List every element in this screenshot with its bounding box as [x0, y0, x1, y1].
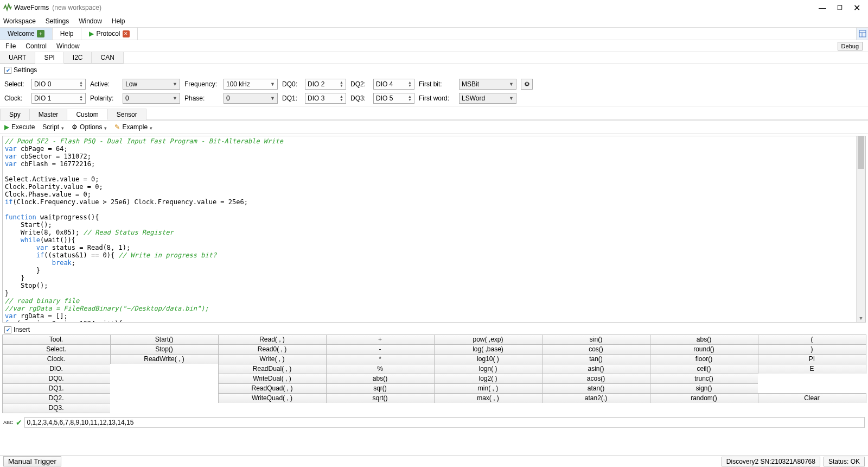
- fn-button[interactable]: cos(): [542, 344, 650, 355]
- fn-button[interactable]: *: [326, 354, 435, 364]
- fn-button[interactable]: DQ2.: [2, 393, 111, 403]
- firstword-combo[interactable]: LSWord▼: [459, 93, 516, 104]
- dq3-field[interactable]: DIO 5▲▼: [373, 93, 414, 104]
- script-editor[interactable]: // Pmod SF2 - Flash P5Q - Dual Input Fas…: [2, 136, 866, 323]
- tab-help[interactable]: Help: [53, 28, 82, 40]
- scroll-thumb[interactable]: [858, 136, 864, 169]
- fn-button[interactable]: Select.: [2, 344, 111, 355]
- execute-button[interactable]: ▶Execute: [4, 123, 35, 131]
- fn-button[interactable]: log10( ): [434, 354, 542, 364]
- fn-button[interactable]: DQ1.: [2, 383, 111, 394]
- fn-button[interactable]: atan(): [542, 383, 650, 394]
- output-field[interactable]: 0,1,2,3,4,5,6,7,8,9,10,11,12,13,14,15: [24, 417, 865, 428]
- fn-button[interactable]: sqrt(): [326, 393, 435, 403]
- fn-button[interactable]: E: [758, 364, 866, 374]
- fn-button[interactable]: Read( , ): [218, 335, 327, 345]
- phase-combo[interactable]: 0▼: [224, 93, 278, 104]
- insert-toggle[interactable]: ✔ Insert: [0, 325, 868, 335]
- tab-welcome[interactable]: Welcome +: [0, 28, 53, 40]
- scroll-down-icon[interactable]: ▼: [857, 314, 865, 323]
- fn-button[interactable]: DQ3.: [2, 403, 111, 413]
- fn-button[interactable]: PI: [758, 354, 866, 364]
- script-menu[interactable]: Script▾: [42, 123, 64, 131]
- fn-button[interactable]: sqr(): [326, 383, 435, 394]
- fn-button[interactable]: Clock.: [2, 354, 111, 364]
- menu-workspace[interactable]: Workspace: [3, 17, 36, 25]
- menu-window[interactable]: Window: [79, 17, 102, 25]
- select-field[interactable]: DIO 0▲▼: [31, 79, 86, 90]
- fn-button[interactable]: log( ,base): [434, 344, 542, 355]
- debug-button[interactable]: Debug: [838, 42, 863, 51]
- gear-button[interactable]: ⚙: [521, 79, 533, 90]
- tab-protocol[interactable]: ▶ Protocol ✕: [81, 28, 137, 40]
- tab-i2c[interactable]: I2C: [64, 52, 92, 64]
- fn-button[interactable]: Start(): [110, 335, 219, 345]
- tab-sensor[interactable]: Sensor: [108, 109, 146, 120]
- fn-button[interactable]: ): [758, 344, 866, 355]
- dq2-field[interactable]: DIO 4▲▼: [373, 79, 414, 90]
- menu-control[interactable]: Control: [25, 42, 47, 50]
- fn-button[interactable]: DIO.: [2, 364, 111, 374]
- fn-button[interactable]: -: [326, 344, 435, 355]
- fn-button[interactable]: ceil(): [650, 364, 758, 374]
- editor-scrollbar[interactable]: ▲ ▼: [856, 136, 865, 322]
- fn-button[interactable]: tan(): [542, 354, 650, 364]
- fn-button[interactable]: pow( ,exp): [434, 335, 542, 345]
- fn-button[interactable]: acos(): [542, 374, 650, 384]
- tab-spy[interactable]: Spy: [0, 109, 30, 120]
- dq1-field[interactable]: DIO 3▲▼: [305, 93, 346, 104]
- fn-button[interactable]: trunc(): [650, 374, 758, 384]
- fn-button[interactable]: ReadWrite( , ): [110, 354, 219, 364]
- layout-button[interactable]: [856, 28, 868, 40]
- fn-button[interactable]: Write( , ): [218, 354, 327, 364]
- fn-button[interactable]: log2( ): [434, 374, 542, 384]
- menu-file[interactable]: File: [5, 42, 16, 50]
- fn-button[interactable]: Read0( , ): [218, 344, 327, 355]
- minimize-icon[interactable]: —: [819, 3, 826, 12]
- fn-button[interactable]: sin(): [542, 335, 650, 345]
- menu-help[interactable]: Help: [112, 17, 125, 25]
- fn-button[interactable]: Tool.: [2, 335, 111, 345]
- fn-button[interactable]: asin(): [542, 364, 650, 374]
- example-menu[interactable]: ✎Example▾: [114, 123, 152, 131]
- device-status[interactable]: Discovery2 SN:210321A80768: [722, 457, 820, 466]
- frequency-combo[interactable]: 100 kHz▼: [224, 79, 278, 90]
- firstbit-combo[interactable]: MSBit▼: [459, 79, 516, 90]
- tab-can[interactable]: CAN: [92, 52, 123, 64]
- active-combo[interactable]: Low▼: [123, 79, 180, 90]
- dq0-field[interactable]: DIO 2▲▼: [305, 79, 346, 90]
- options-menu[interactable]: ⚙Options▾: [72, 123, 107, 131]
- fn-button[interactable]: Stop(): [110, 344, 219, 355]
- close-icon[interactable]: ✕: [853, 3, 860, 13]
- tab-uart[interactable]: UART: [0, 52, 35, 64]
- polarity-combo[interactable]: 0▼: [123, 93, 180, 104]
- fn-button[interactable]: min( , ): [434, 383, 542, 394]
- fn-button[interactable]: round(): [650, 344, 758, 355]
- settings-toggle[interactable]: ✔ Settings: [4, 66, 864, 74]
- fn-button[interactable]: %: [326, 364, 435, 374]
- maximize-icon[interactable]: ❐: [837, 4, 843, 11]
- fn-button[interactable]: logn( ): [434, 364, 542, 374]
- menu-settings[interactable]: Settings: [46, 17, 69, 25]
- tab-master[interactable]: Master: [30, 109, 68, 120]
- fn-button[interactable]: +: [326, 335, 435, 345]
- fn-button[interactable]: atan2(,): [542, 393, 650, 403]
- fn-button[interactable]: Clear: [758, 393, 866, 403]
- fn-button[interactable]: ReadDual( , ): [218, 364, 327, 374]
- fn-button[interactable]: WriteQuad( , ): [218, 393, 327, 403]
- fn-button[interactable]: (: [758, 335, 866, 345]
- fn-button[interactable]: WriteDual( , ): [218, 374, 327, 384]
- fn-button[interactable]: abs(): [650, 335, 758, 345]
- menu-window2[interactable]: Window: [56, 42, 80, 50]
- close-tab-icon[interactable]: ✕: [123, 30, 130, 37]
- tab-spi[interactable]: SPI: [35, 52, 63, 64]
- clock-field[interactable]: DIO 1▲▼: [31, 93, 86, 104]
- fn-button[interactable]: random(): [650, 393, 758, 403]
- fn-button[interactable]: sign(): [650, 383, 758, 394]
- fn-button[interactable]: abs(): [326, 374, 435, 384]
- fn-button[interactable]: floor(): [650, 354, 758, 364]
- tab-custom[interactable]: Custom: [67, 109, 107, 120]
- manual-trigger-button[interactable]: Manual Trigger: [3, 456, 61, 466]
- fn-button[interactable]: ReadQuad( , ): [218, 383, 327, 394]
- fn-button[interactable]: max( , ): [434, 393, 542, 403]
